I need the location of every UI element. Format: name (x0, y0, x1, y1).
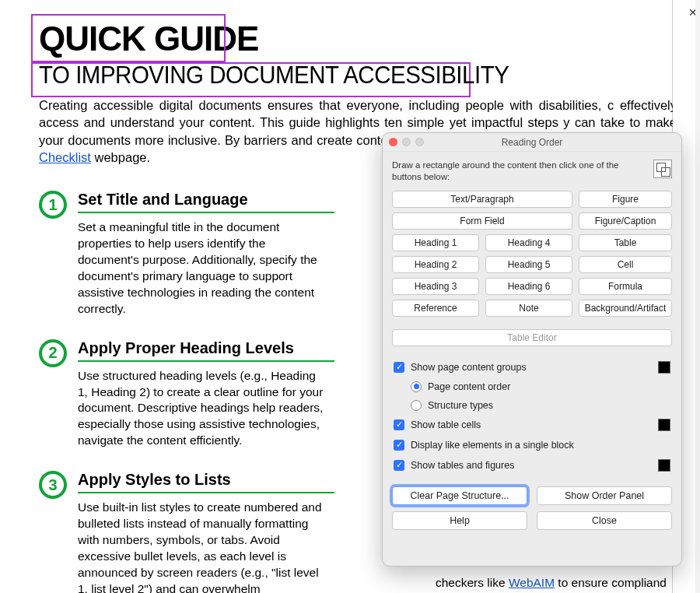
heading-6-button[interactable]: Heading 6 (485, 278, 572, 295)
show-table-cells-checkbox[interactable]: ✓ (394, 419, 404, 430)
table-button[interactable]: Table (579, 234, 672, 251)
background-artifact-button[interactable]: Background/Artifact (579, 300, 672, 317)
table-cells-color-swatch[interactable] (658, 419, 670, 431)
show-groups-checkbox[interactable]: ✓ (394, 362, 404, 373)
close-button[interactable]: Close (537, 511, 672, 530)
intro-text-2: webpage. (91, 150, 150, 164)
webaim-link[interactable]: WebAIM (509, 576, 555, 589)
show-groups-label: Show page content groups (411, 362, 527, 373)
page-content-order-label: Page content order (428, 381, 510, 392)
heading-2-button[interactable]: Heading 2 (392, 256, 479, 273)
dialog-titlebar[interactable]: Reading Order (383, 133, 681, 152)
show-tables-figures-checkbox[interactable]: ✓ (394, 460, 404, 471)
reading-order-icon[interactable] (653, 160, 672, 178)
heading-1-button[interactable]: Heading 1 (392, 234, 479, 251)
dialog-instruction: Draw a rectangle around the content then… (392, 160, 633, 183)
formula-button[interactable]: Formula (579, 278, 672, 295)
steps-list: 1 Set Title and Language Set a meaningfu… (39, 191, 334, 593)
step-body: Set a meaningful title in the document p… (78, 219, 327, 318)
page-content-order-radio[interactable] (411, 381, 422, 392)
step-2: 2 Apply Proper Heading Levels Use struct… (39, 339, 334, 450)
scrollbar-track[interactable] (695, 0, 700, 593)
step-badge: 3 (39, 471, 67, 499)
cell-button[interactable]: Cell (579, 256, 672, 273)
note-button[interactable]: Note (485, 300, 572, 317)
single-block-label: Display like elements in a single block (411, 440, 574, 451)
footer-pre: checkers like (436, 576, 509, 589)
figure-caption-button[interactable]: Figure/Caption (579, 212, 672, 230)
structure-types-label: Structure types (428, 400, 493, 411)
show-tables-figures-label: Show tables and figures (411, 460, 514, 471)
dialog-title: Reading Order (383, 137, 681, 148)
show-table-cells-label: Show table cells (411, 419, 481, 430)
step-heading: Apply Styles to Lists (78, 471, 334, 493)
window-controls (389, 138, 424, 146)
structure-types-radio[interactable] (411, 400, 422, 411)
figure-button[interactable]: Figure (579, 191, 672, 208)
reference-button[interactable]: Reference (392, 300, 479, 317)
window-close-icon[interactable] (389, 138, 397, 146)
step-body: Use structured heading levels (e.g., Hea… (78, 368, 327, 450)
heading-3-button[interactable]: Heading 3 (392, 278, 479, 295)
form-field-button[interactable]: Form Field (392, 212, 572, 230)
step-3: 3 Apply Styles to Lists Use built-in lis… (39, 471, 334, 593)
step-body: Use built-in list styles to create numbe… (78, 500, 327, 593)
step-heading: Apply Proper Heading Levels (78, 339, 334, 362)
heading-5-button[interactable]: Heading 5 (485, 256, 572, 273)
footer-post: to ensure compliand (555, 576, 667, 589)
footer-fragment: checkers like WebAIM to ensure compliand (436, 576, 667, 590)
step-badge: 1 (39, 191, 67, 219)
step-heading: Set Title and Language (78, 191, 334, 213)
window-zoom-icon (415, 138, 424, 146)
groups-color-swatch[interactable] (658, 361, 670, 374)
doc-title: QUICK GUIDE (39, 22, 672, 56)
heading-4-button[interactable]: Heading 4 (485, 234, 572, 251)
help-button[interactable]: Help (392, 511, 527, 530)
show-order-panel-button[interactable]: Show Order Panel (537, 486, 672, 505)
step-1: 1 Set Title and Language Set a meaningfu… (39, 191, 334, 318)
reading-order-dialog: Reading Order Draw a rectangle around th… (382, 132, 682, 567)
single-block-checkbox[interactable]: ✓ (394, 440, 404, 451)
doc-subtitle: TO IMPROVING DOCUMENT ACCESSIBILITY (39, 62, 621, 87)
tables-figures-color-swatch[interactable] (658, 459, 670, 472)
text-paragraph-button[interactable]: Text/Paragraph (392, 191, 572, 208)
clear-page-structure-button[interactable]: Clear Page Structure... (392, 486, 527, 505)
table-editor-button[interactable]: Table Editor (392, 329, 672, 346)
step-badge: 2 (39, 339, 67, 367)
window-minimize-icon (402, 138, 411, 146)
